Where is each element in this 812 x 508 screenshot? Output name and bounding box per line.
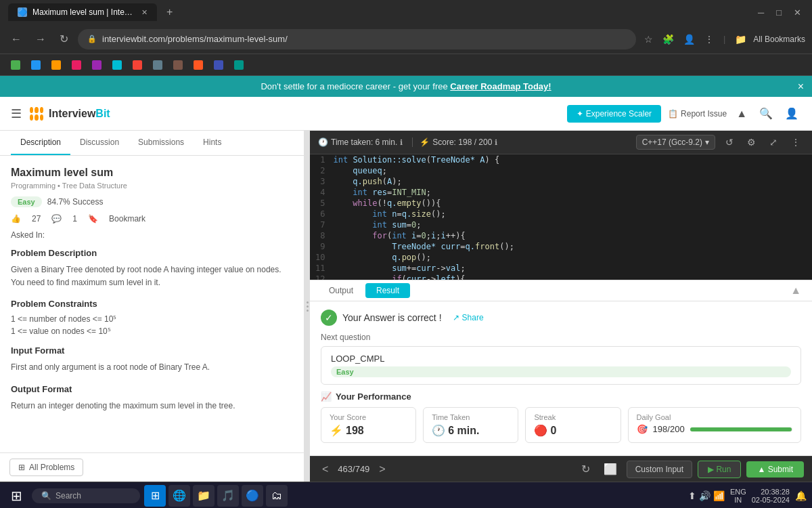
taskbar-app-4[interactable]: 🎵 xyxy=(217,485,239,507)
next-question-card[interactable]: LOOP_CMPL Easy xyxy=(321,346,801,385)
goal-card-title: Daily Goal xyxy=(637,413,792,421)
bookmark-icon[interactable]: 🔖 xyxy=(88,214,98,224)
tab-hints[interactable]: Hints xyxy=(194,131,231,155)
all-problems-btn[interactable]: ⊞ All Problems xyxy=(9,459,83,476)
line-code: for(int i=0;i;i++){ xyxy=(333,230,812,241)
tab-submissions[interactable]: Submissions xyxy=(129,131,194,155)
time-card-value: 🕐 6 min. xyxy=(432,424,510,437)
tab-description[interactable]: Description xyxy=(11,131,70,155)
upvote-icon: 👍 xyxy=(11,214,21,224)
goal-progress-bar-bg xyxy=(690,427,792,431)
reload-btn[interactable]: ↻ xyxy=(55,30,72,48)
bookmark-8[interactable] xyxy=(149,59,166,71)
language-select[interactable]: C++17 (Gcc-9.2) ▾ xyxy=(636,135,715,150)
undo-btn[interactable]: ↺ xyxy=(722,135,737,150)
bookmark-10[interactable] xyxy=(189,59,207,71)
tray-icon-1[interactable]: ⬆ xyxy=(688,490,696,501)
profile-icon[interactable]: 👤 xyxy=(681,31,698,47)
bookmark-11[interactable] xyxy=(210,59,227,71)
console-icon[interactable]: ⬜ xyxy=(600,460,621,478)
fullscreen-icon[interactable]: ⤢ xyxy=(766,135,781,150)
close-btn[interactable]: ✕ xyxy=(791,6,804,19)
minimize-btn[interactable]: ─ xyxy=(755,6,767,19)
bookmark-6[interactable] xyxy=(108,59,126,71)
line-code: queueq; xyxy=(333,165,812,176)
hamburger-menu-icon[interactable]: ☰ xyxy=(11,106,22,121)
code-line: 2 queueq; xyxy=(310,165,812,176)
banner-link[interactable]: Career Roadmap Today! xyxy=(450,81,551,91)
bookmark-4[interactable] xyxy=(68,59,85,71)
new-tab-btn[interactable]: + xyxy=(162,6,177,18)
code-line: 12 if(curr->left){ xyxy=(310,274,812,280)
bookmark-12[interactable] xyxy=(230,59,248,71)
share-btn[interactable]: ↗ Share xyxy=(453,313,484,322)
line-number: 12 xyxy=(310,274,333,280)
more-options-icon[interactable]: ⋮ xyxy=(788,135,804,150)
bookmark-3[interactable] xyxy=(47,59,65,71)
back-btn[interactable]: ← xyxy=(7,30,26,48)
timer-info-icon: ℹ xyxy=(400,138,403,147)
line-code: if(curr->left){ xyxy=(333,274,812,280)
bookmark-7[interactable] xyxy=(129,59,146,71)
user-avatar[interactable]: 👤 xyxy=(782,104,801,123)
active-browser-tab[interactable]: 🔷 Maximum level sum | Interview ✕ xyxy=(8,3,157,21)
taskbar-app-5[interactable]: 🗂 xyxy=(266,485,288,507)
bookmark-1[interactable] xyxy=(7,59,24,71)
maximize-btn[interactable]: □ xyxy=(773,6,784,19)
submit-btn[interactable]: ▲ Submit xyxy=(746,461,804,478)
custom-input-btn[interactable]: Custom Input xyxy=(627,461,692,478)
search-header-icon[interactable]: 🔍 xyxy=(757,104,775,123)
settings-icon[interactable]: ⚙ xyxy=(744,135,759,150)
bookmark-5[interactable] xyxy=(88,59,106,71)
banner-close-btn[interactable]: × xyxy=(798,81,804,93)
resize-handle[interactable] xyxy=(304,131,310,482)
bookmark-star-icon[interactable]: ☆ xyxy=(641,31,656,47)
extensions-icon[interactable]: 🧩 xyxy=(660,31,677,47)
description-text: Given a Binary Tree denoted by root node… xyxy=(11,263,293,289)
taskbar-app-3[interactable]: 📁 xyxy=(193,485,215,507)
search-placeholder: Search xyxy=(55,491,81,501)
system-tray: ⬆ 🔊 📶 xyxy=(688,490,725,501)
chevron-up-icon[interactable]: ▲ xyxy=(734,105,750,123)
bookmark-2[interactable] xyxy=(27,59,45,71)
next-problem-btn[interactable]: > xyxy=(375,462,389,477)
result-content: ✓ Your Answer is correct ! ↗ Share Next … xyxy=(310,301,812,456)
tab-close-btn[interactable]: ✕ xyxy=(141,8,148,17)
tray-icon-3[interactable]: 📶 xyxy=(713,490,725,501)
collapse-btn[interactable]: ▲ xyxy=(788,282,804,299)
editor-toolbar: 🕐 Time taken: 6 min. ℹ ⚡ Score: 198 / 20… xyxy=(310,131,812,154)
code-line: 7 int sum=0; xyxy=(310,219,812,230)
taskbar-app-2[interactable]: 🌐 xyxy=(168,485,190,507)
code-line: 9 TreeNode* curr=q.front(); xyxy=(310,241,812,252)
code-line: 11 sum+=curr->val; xyxy=(310,263,812,274)
run-btn[interactable]: ▶ Run xyxy=(698,461,741,478)
all-bookmarks-icon[interactable]: 📁 xyxy=(732,31,749,47)
taskbar-app-1[interactable]: ⊞ xyxy=(144,485,166,507)
output-tab[interactable]: Output xyxy=(318,280,364,301)
taskbar-search[interactable]: 🔍 Search xyxy=(32,488,140,503)
prev-problem-btn[interactable]: < xyxy=(318,462,332,477)
tray-icon-2[interactable]: 🔊 xyxy=(699,490,710,501)
result-tab[interactable]: Result xyxy=(365,283,410,298)
address-input[interactable]: 🔒 interviewbit.com/problems/maximum-leve… xyxy=(78,29,636,49)
line-number: 4 xyxy=(310,187,333,198)
notification-icon[interactable]: 🔔 xyxy=(795,490,807,501)
time-card-title: Time Taken xyxy=(432,413,510,421)
report-issue-btn[interactable]: 📋 Report Issue xyxy=(668,109,727,119)
app-header: ☰ InterviewBit ✦ Experience Scaler 📋 Rep… xyxy=(0,97,812,131)
result-tabs: Output Result ▲ xyxy=(310,280,812,301)
refresh-icon[interactable]: ↻ xyxy=(577,460,594,478)
tab-discussion[interactable]: Discussion xyxy=(70,131,129,155)
code-editor[interactable]: 1int Solution::solve(TreeNode* A) {2 que… xyxy=(310,154,812,280)
start-menu-btn[interactable]: ⊞ xyxy=(5,485,28,507)
promo-banner: Don't settle for a mediocre career - get… xyxy=(0,76,812,97)
banner-text: Don't settle for a mediocre career - get… xyxy=(261,81,450,91)
menu-icon[interactable]: ⋮ xyxy=(702,31,717,47)
experience-scaler-btn[interactable]: ✦ Experience Scaler xyxy=(567,105,661,123)
forward-btn[interactable]: → xyxy=(31,30,50,48)
tab-title: Maximum level sum | Interview xyxy=(32,7,133,17)
line-number: 8 xyxy=(310,230,333,241)
taskbar: ⊞ 🔍 Search ⊞ 🌐 📁 🎵 🔵 🗂 ⬆ 🔊 📶 ENGIN 20:38… xyxy=(0,482,812,508)
taskbar-app-chrome[interactable]: 🔵 xyxy=(242,485,263,507)
bookmark-9[interactable] xyxy=(169,59,187,71)
